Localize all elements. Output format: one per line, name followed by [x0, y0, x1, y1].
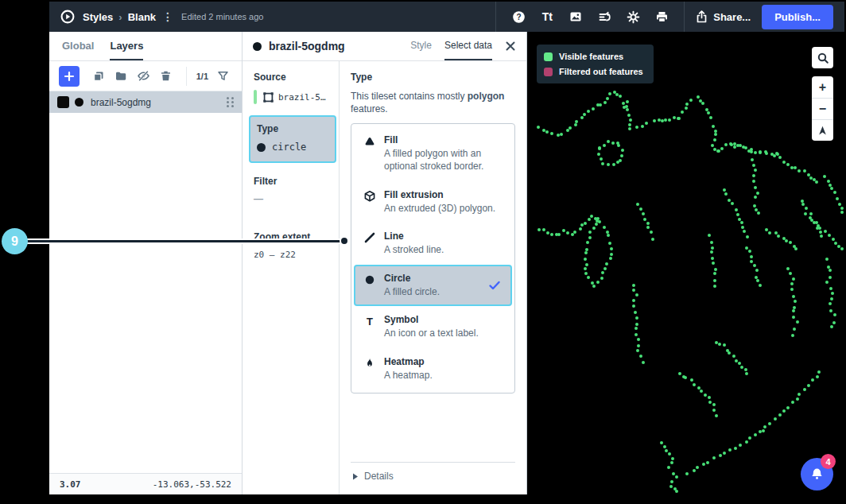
- share-button[interactable]: Share...: [696, 10, 751, 23]
- layer-type-circle-icon: [75, 98, 83, 107]
- type-heading: Type: [351, 72, 515, 83]
- annotation-badge-9: 9: [2, 228, 28, 254]
- style-menu-kebab-icon[interactable]: ⋮: [162, 13, 173, 21]
- zoom-level-readout: 3.07: [60, 479, 81, 490]
- map-search-button[interactable]: [812, 47, 833, 68]
- type-option-fill[interactable]: FillA filled polygon with an optional st…: [354, 126, 512, 180]
- visible-features-swatch: [544, 52, 553, 61]
- source-status-bar: [254, 90, 257, 104]
- breadcrumb-chevron-icon: ›: [118, 11, 122, 23]
- fill-icon: [363, 135, 376, 148]
- hide-layer-eye-off-icon[interactable]: [134, 67, 153, 86]
- annotation-line: [16, 240, 344, 242]
- legend-label: Visible features: [559, 52, 623, 61]
- legend-label: Filtered out features: [559, 67, 643, 76]
- filter-value: —: [254, 193, 331, 204]
- topbar-divider: [495, 2, 496, 32]
- share-label: Share...: [713, 11, 751, 23]
- tab-select-data[interactable]: Select data: [444, 32, 492, 60]
- tab-global[interactable]: Global: [62, 32, 94, 60]
- map-status-bar: 3.07 -13.063,-53.522: [49, 473, 242, 494]
- svg-text:T: T: [367, 316, 373, 328]
- mapbox-logo-icon[interactable]: [60, 10, 75, 24]
- zoom-extent-value: z0 – z22: [254, 250, 331, 260]
- source-name: brazil-5…: [278, 92, 326, 103]
- type-value: circle: [272, 142, 306, 153]
- map-zoom-controls: + −: [812, 76, 833, 141]
- source-section-label: Source: [254, 72, 331, 83]
- editor-sidebar: Source brazil-5… Type circle: [243, 61, 340, 494]
- zoom-out-button[interactable]: −: [812, 98, 833, 119]
- topbar-divider: [684, 2, 685, 32]
- select-data-main: Type This tileset contains mostly polygo…: [340, 61, 526, 494]
- type-option-line[interactable]: LineA stroked line.: [354, 223, 512, 265]
- layers-panel: Global Layers: [49, 32, 243, 494]
- top-bar: Styles › Blank ⋮ Edited 2 minutes ago ? …: [49, 2, 844, 32]
- plus-icon: [64, 71, 75, 82]
- map-legend: Visible features Filtered out features: [537, 45, 654, 83]
- layer-count: 1/1: [196, 72, 208, 81]
- delete-layer-trash-icon[interactable]: [156, 67, 175, 86]
- type-option-fill-extrusion[interactable]: Fill extrusionAn extruded (3D) polygon.: [354, 181, 512, 223]
- annotation-target-dot: [340, 236, 349, 246]
- coordinates-readout: -13.063,-53.522: [153, 479, 231, 490]
- layer-row-brazil[interactable]: brazil-5ogdmg: [49, 91, 242, 113]
- layer-color-swatch: [57, 96, 69, 108]
- tileset-icon: [262, 91, 274, 103]
- disclosure-triangle-icon: [352, 473, 359, 480]
- layer-editor-panel: brazil-5ogdmg Style Select data Source b…: [243, 32, 527, 494]
- filter-funnel-icon[interactable]: [213, 67, 232, 86]
- add-layer-button[interactable]: [59, 66, 80, 87]
- legend-row-visible: Visible features: [544, 52, 643, 61]
- circle-icon: [363, 273, 376, 286]
- source-row[interactable]: brazil-5…: [254, 90, 331, 104]
- tab-layers[interactable]: Layers: [110, 32, 143, 60]
- circle-type-icon: [257, 143, 266, 152]
- panel-tabs: Global Layers: [49, 32, 242, 61]
- filter-section-label[interactable]: Filter: [254, 176, 331, 187]
- publish-button[interactable]: Publish...: [762, 5, 833, 29]
- svg-text:?: ?: [516, 13, 521, 21]
- details-disclosure[interactable]: Details: [351, 462, 515, 485]
- check-icon: [488, 279, 501, 295]
- tab-style[interactable]: Style: [410, 32, 432, 60]
- search-icon: [817, 52, 829, 64]
- type-option-symbol[interactable]: T SymbolAn icon or a text label.: [354, 306, 512, 348]
- type-option-heatmap[interactable]: HeatmapA heatmap.: [354, 348, 512, 390]
- drag-handle-icon[interactable]: [227, 97, 234, 107]
- legend-row-filtered: Filtered out features: [544, 67, 643, 76]
- settings-gear-icon[interactable]: [621, 5, 645, 29]
- line-icon: [363, 231, 376, 244]
- zoom-in-button[interactable]: +: [812, 76, 833, 98]
- layer-name: brazil-5ogdmg: [91, 97, 151, 108]
- details-label: Details: [364, 471, 394, 482]
- type-section-selected[interactable]: Type circle: [249, 115, 336, 163]
- map-canvas[interactable]: Visible features Filtered out features +…: [527, 32, 844, 494]
- layer-type-dot-icon: [253, 42, 262, 51]
- close-icon[interactable]: [505, 32, 516, 60]
- share-icon: [696, 10, 708, 23]
- notifications-button[interactable]: 4: [801, 458, 833, 490]
- layer-type-list: FillA filled polygon with an optional st…: [351, 123, 515, 393]
- help-icon[interactable]: ?: [506, 5, 530, 29]
- editor-header: brazil-5ogdmg Style Select data: [243, 32, 526, 61]
- filtered-features-swatch: [544, 68, 553, 76]
- breadcrumb-style-name[interactable]: Blank: [128, 11, 156, 23]
- fonts-icon[interactable]: Tt: [535, 5, 559, 29]
- layer-list-empty-area: [49, 113, 242, 473]
- edited-status: Edited 2 minutes ago: [181, 12, 263, 21]
- breadcrumb-styles[interactable]: Styles: [83, 11, 113, 23]
- compass-button[interactable]: [812, 119, 833, 141]
- bell-icon: [810, 467, 824, 482]
- app-window: Styles › Blank ⋮ Edited 2 minutes ago ? …: [49, 2, 844, 494]
- duplicate-layer-icon[interactable]: [89, 67, 108, 86]
- map-dots-layer: [527, 32, 844, 494]
- images-icon[interactable]: [564, 5, 588, 29]
- group-folder-icon[interactable]: [111, 67, 130, 86]
- history-icon[interactable]: [592, 5, 616, 29]
- notification-count-badge: 4: [821, 454, 836, 469]
- print-icon[interactable]: [650, 5, 673, 29]
- compass-north-icon: [817, 125, 829, 137]
- type-section-label: Type: [257, 123, 328, 134]
- type-option-circle[interactable]: CircleA filled circle.: [354, 265, 512, 307]
